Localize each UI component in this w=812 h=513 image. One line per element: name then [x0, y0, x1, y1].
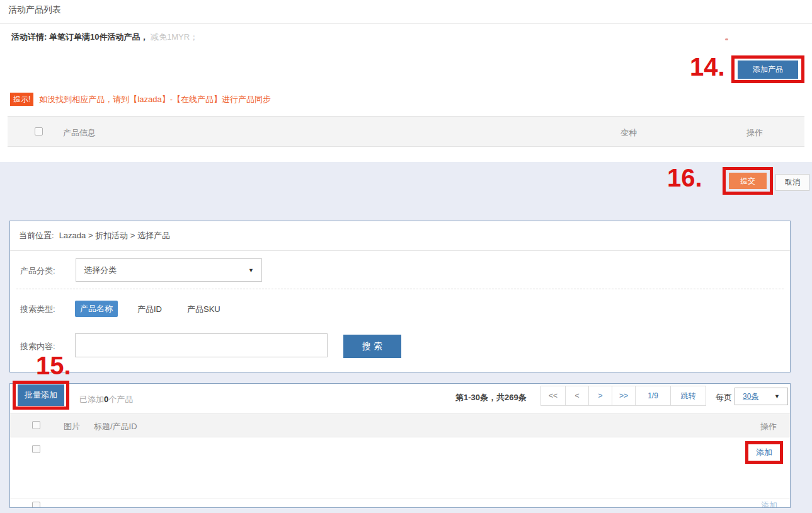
page: 活动产品列表 活动详情: 单笔订单满10件活动产品， 减免1MYR； 14. 添… [0, 0, 812, 513]
chevron-down-icon: ▼ [248, 267, 254, 274]
tip-row: 提示! 如没找到相应产品，请到【lazada】-【在线产品】进行产品同步 [10, 93, 271, 106]
pagination-next-button[interactable]: > [588, 386, 612, 406]
breadcrumb: 当前位置: Lazada > 折扣活动 > 选择产品 [10, 221, 790, 251]
annotation-step-14: 14. [690, 54, 725, 79]
select-all-checkbox[interactable] [35, 127, 43, 135]
annotation-stray-dot [725, 38, 728, 40]
submit-button[interactable]: 提交 [729, 173, 767, 189]
row-checkbox[interactable] [32, 445, 40, 453]
select-all-results-checkbox[interactable] [32, 421, 40, 429]
pagination-first-button[interactable]: << [540, 386, 566, 406]
breadcrumb-path: Lazada > 折扣活动 > 选择产品 [59, 230, 170, 241]
annotation-box-submit: 提交 [723, 167, 773, 195]
annotation-box-batch-add: 批量添加 [13, 381, 69, 410]
added-count-suffix: 个产品 [108, 395, 133, 404]
per-page-label: 每页 [716, 392, 732, 403]
category-select[interactable]: 选择分类 ▼ [76, 258, 262, 282]
search-type-product-name[interactable]: 产品名称 [75, 301, 118, 317]
category-label: 产品分类: [20, 265, 55, 277]
annotation-box-add-product: 添加产品 [731, 55, 804, 83]
product-picker-panel: 当前位置: Lazada > 折扣活动 > 选择产品 产品分类: 选择分类 ▼ … [9, 221, 791, 372]
annotation-step-16: 16. [667, 165, 702, 190]
annotation-step-15: 15. [36, 353, 71, 378]
column-variant: 变种 [620, 127, 637, 139]
search-button[interactable]: 搜 索 [343, 335, 401, 358]
title-divider [0, 23, 812, 24]
product-results-panel: 已添加0个产品 第1-30条，共269条 << < > >> 1/9 跳转 每页… [9, 383, 791, 508]
cancel-button[interactable]: 取消 [775, 174, 809, 191]
dashed-divider [16, 289, 784, 289]
column-product-info: 产品信息 [63, 127, 96, 139]
column-title-product-id: 标题/产品ID [94, 421, 137, 432]
search-input[interactable] [75, 333, 328, 357]
activity-detail-text: 活动详情: 单笔订单满10件活动产品， [11, 32, 148, 42]
tip-message: 如没找到相应产品，请到【lazada】-【在线产品】进行产品同步 [39, 94, 271, 105]
search-content-label: 搜索内容: [20, 341, 55, 352]
category-select-value: 选择分类 [84, 265, 117, 276]
results-table-header: 图片 标题/产品ID 操作 [10, 413, 790, 437]
added-count-text: 已添加0个产品 [79, 394, 133, 405]
row-add-link[interactable]: 添加 [756, 447, 772, 458]
tip-badge: 提示! [10, 93, 33, 106]
pagination-last-button[interactable]: >> [612, 386, 636, 406]
pagination: << < > >> 1/9 跳转 [541, 386, 706, 406]
column-image: 图片 [64, 421, 80, 432]
batch-add-button[interactable]: 批量添加 [18, 384, 64, 406]
row-divider [10, 499, 790, 499]
per-page-select[interactable]: 30条 ▼ [735, 388, 788, 405]
per-page-select-value: 30条 [743, 391, 758, 402]
pagination-jump-button[interactable]: 跳转 [670, 386, 706, 406]
chevron-down-icon: ▼ [774, 393, 780, 400]
column-action: 操作 [760, 421, 777, 432]
search-type-product-sku[interactable]: 产品SKU [187, 304, 220, 315]
activity-table-header: 产品信息 变种 操作 [8, 116, 804, 147]
search-type-label: 搜索类型: [20, 304, 55, 315]
annotation-box-row-add: 添加 [745, 441, 783, 464]
added-count-prefix: 已添加 [79, 395, 104, 404]
column-action: 操作 [746, 127, 763, 139]
pagination-prev-button[interactable]: < [565, 386, 589, 406]
result-range-summary: 第1-30条，共269条 [455, 392, 527, 403]
page-title: 活动产品列表 [8, 4, 61, 16]
row-add-link[interactable]: 添加 [761, 500, 777, 508]
add-product-button[interactable]: 添加产品 [738, 61, 798, 79]
pagination-page-indicator: 1/9 [635, 386, 671, 406]
breadcrumb-label: 当前位置: [19, 230, 54, 241]
activity-detail: 活动详情: 单笔订单满10件活动产品， 减免1MYR； [11, 32, 198, 43]
activity-detail-discount: 减免1MYR； [151, 32, 198, 42]
search-type-product-id[interactable]: 产品ID [137, 304, 162, 315]
row-checkbox[interactable] [32, 502, 40, 508]
